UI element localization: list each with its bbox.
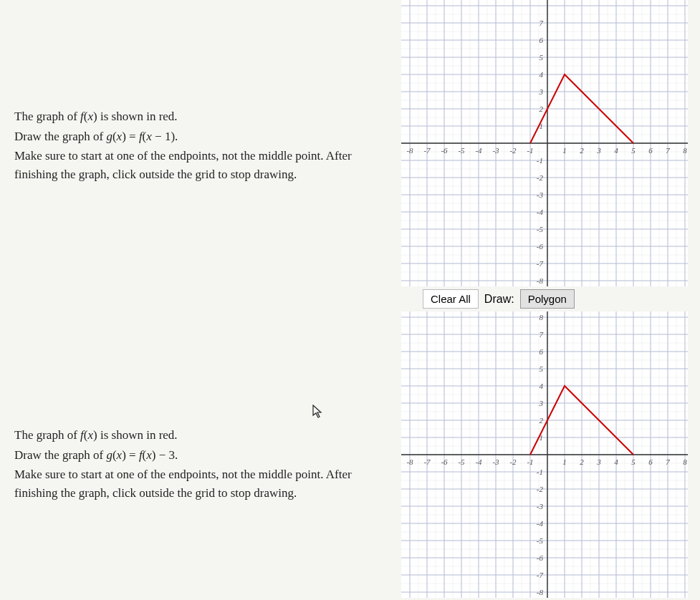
problem-2-line-2: Draw the graph of g(x) = f(x) − 3.	[14, 446, 387, 465]
svg-text:-7: -7	[537, 571, 544, 579]
svg-text:-5: -5	[458, 146, 465, 155]
problem-1-line-1: The graph of f(x) is shown in red.	[14, 107, 387, 126]
svg-text:4: 4	[614, 458, 618, 466]
svg-text:8: 8	[683, 146, 687, 155]
svg-text:4: 4	[614, 146, 618, 155]
svg-text:-3: -3	[537, 502, 544, 511]
clear-all-button[interactable]: Clear All	[423, 289, 479, 309]
svg-text:8: 8	[683, 458, 687, 466]
svg-text:-3: -3	[492, 458, 499, 466]
svg-text:-8: -8	[406, 146, 413, 155]
svg-text:5: 5	[631, 458, 636, 466]
svg-text:1: 1	[562, 458, 567, 466]
svg-text:2: 2	[580, 146, 584, 155]
svg-text:-5: -5	[537, 536, 544, 545]
problem-1-line-3: Make sure to start at one of the endpoin…	[14, 147, 387, 183]
svg-text:2: 2	[580, 458, 584, 466]
svg-text:5: 5	[631, 146, 636, 155]
svg-text:8: 8	[540, 313, 544, 321]
svg-text:6: 6	[540, 36, 544, 44]
svg-text:-5: -5	[458, 458, 465, 466]
svg-text:-6: -6	[441, 146, 448, 155]
svg-text:-3: -3	[537, 190, 544, 199]
polygon-tool-button[interactable]: Polygon	[520, 289, 575, 309]
svg-text:2: 2	[540, 416, 544, 425]
svg-text:7: 7	[540, 330, 544, 339]
problem-2-text: The graph of f(x) is shown in red. Draw …	[0, 311, 401, 511]
svg-text:1: 1	[562, 146, 567, 155]
problem-2-line-1: The graph of f(x) is shown in red.	[14, 426, 387, 445]
svg-text:6: 6	[648, 458, 653, 466]
problem-2-line-3: Make sure to start at one of the endpoin…	[14, 465, 387, 502]
svg-text:-1: -1	[527, 146, 533, 155]
svg-text:-4: -4	[475, 458, 482, 466]
svg-text:3: 3	[596, 458, 601, 466]
svg-text:6: 6	[540, 347, 544, 356]
problem-1-text: The graph of f(x) is shown in red. Draw …	[0, 0, 401, 192]
svg-text:2: 2	[540, 105, 544, 113]
problem-1-line-2: Draw the graph of g(x) = f(x − 1).	[14, 127, 387, 146]
svg-text:-8: -8	[406, 458, 413, 466]
svg-text:-5: -5	[537, 225, 544, 233]
svg-text:-3: -3	[492, 146, 499, 155]
svg-text:3: 3	[596, 146, 601, 155]
svg-text:-4: -4	[475, 146, 482, 155]
svg-text:5: 5	[540, 364, 544, 373]
svg-text:-1: -1	[537, 468, 543, 476]
svg-text:-4: -4	[537, 519, 544, 528]
svg-text:7: 7	[666, 458, 670, 466]
svg-text:-7: -7	[537, 259, 544, 268]
svg-text:3: 3	[539, 399, 544, 407]
svg-text:-2: -2	[509, 458, 517, 466]
svg-text:-8: -8	[537, 276, 544, 285]
svg-text:-4: -4	[537, 208, 544, 216]
svg-text:-6: -6	[441, 458, 448, 466]
svg-text:7: 7	[540, 19, 544, 27]
svg-text:-1: -1	[537, 156, 543, 165]
svg-text:-1: -1	[527, 458, 533, 466]
svg-text:-2: -2	[537, 485, 544, 493]
svg-text:5: 5	[540, 53, 544, 62]
svg-text:3: 3	[539, 87, 544, 96]
svg-text:-7: -7	[423, 458, 431, 466]
svg-text:-6: -6	[537, 242, 544, 251]
draw-label: Draw:	[484, 293, 514, 306]
graph-canvas-2[interactable]: -8-7-6-5-4-3-2-112345678-8-7-6-5-4-3-2-1…	[401, 311, 688, 598]
svg-text:-2: -2	[537, 173, 544, 182]
svg-text:6: 6	[648, 146, 653, 155]
toolbar-1: Clear All Draw: Polygon	[423, 289, 575, 309]
graph-canvas-1[interactable]: -8-7-6-5-4-3-2-112345678-8-7-6-5-4-3-2-1…	[401, 0, 688, 286]
svg-text:-7: -7	[423, 146, 431, 155]
svg-text:-6: -6	[537, 553, 544, 562]
svg-text:7: 7	[666, 146, 670, 155]
svg-text:-8: -8	[537, 588, 544, 596]
svg-text:-2: -2	[509, 146, 517, 155]
svg-text:4: 4	[540, 382, 544, 390]
svg-text:4: 4	[540, 70, 544, 79]
